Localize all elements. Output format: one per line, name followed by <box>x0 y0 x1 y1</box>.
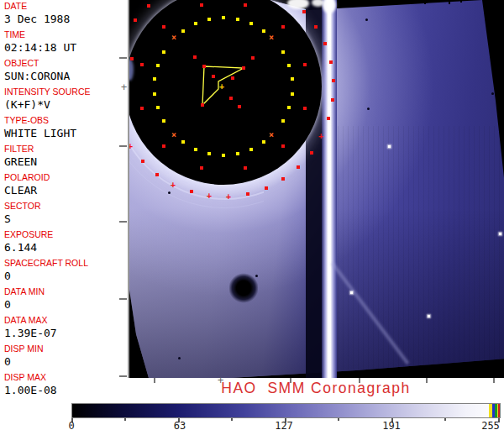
image-caption: HAO SMM Coronagraph <box>128 380 504 397</box>
metadata-sidebar: DATE 3 Dec 1988 TIME 02:14:18 UT OBJECT … <box>0 0 128 378</box>
field-value: (K+F)*V <box>4 98 128 111</box>
field-value: 1.00E-08 <box>4 384 128 396</box>
field-label: SPACECRAFT ROLL <box>4 259 128 268</box>
field-value: 1.39E-07 <box>4 327 128 339</box>
field-polaroid: POLAROID CLEAR <box>0 171 128 200</box>
field-value: 02:14:18 UT <box>4 41 128 54</box>
field-label: DATE <box>4 2 128 11</box>
field-value: 0 <box>4 270 128 282</box>
field-exposure: EXPOSURE 6.144 <box>0 228 128 257</box>
colorbar-label: 191 <box>382 420 401 430</box>
field-label: EXPOSURE <box>4 230 128 239</box>
field-label: SECTOR <box>4 202 128 211</box>
field-type-obs: TYPE-OBS WHITE LIGHT <box>0 114 128 143</box>
field-label: INTENSITY SOURCE <box>4 87 128 97</box>
field-label: TYPE-OBS <box>4 116 128 125</box>
field-intensity-source: INTENSITY SOURCE (K+F)*V <box>0 86 128 114</box>
field-value: SUN:CORONA <box>4 70 128 82</box>
field-value: 0 <box>4 298 128 311</box>
field-filter: FILTER GREEN <box>0 143 128 171</box>
field-label: DISP MAX <box>4 373 128 382</box>
field-label: POLAROID <box>4 173 128 182</box>
field-spacecraft-roll: SPACECRAFT ROLL 0 <box>0 257 128 286</box>
field-label: FILTER <box>4 144 128 154</box>
field-time: TIME 02:14:18 UT <box>0 29 128 57</box>
field-disp-min: DISP MIN 0 <box>0 343 128 371</box>
field-data-max: DATA MAX 1.39E-07 <box>0 314 128 343</box>
colorbar-label: 63 <box>174 420 186 430</box>
field-value: CLEAR <box>4 184 128 197</box>
field-data-min: DATA MIN 0 <box>0 286 128 314</box>
field-label: TIME <box>4 30 128 39</box>
fiducial-polygon <box>129 0 504 378</box>
field-label: OBJECT <box>4 59 128 68</box>
field-object: OBJECT SUN:CORONA <box>0 57 128 86</box>
field-value: WHITE LIGHT <box>4 127 128 139</box>
field-value: 6.144 <box>4 241 128 254</box>
field-label: DISP MIN <box>4 344 128 354</box>
coronagraph-image-canvas: +++++××××+ <box>128 0 504 378</box>
colorbar-label: 0 <box>68 420 74 430</box>
field-label: DATA MIN <box>4 287 128 296</box>
colorbar-label: 127 <box>275 420 293 430</box>
field-label: DATA MAX <box>4 316 128 325</box>
field-value: 3 Dec 1988 <box>4 13 128 25</box>
field-date: DATE 3 Dec 1988 <box>0 0 128 29</box>
sun-center-y-mark: + <box>121 83 127 92</box>
field-value: S <box>4 212 128 225</box>
coronagraph-viewer-window: DATE 3 Dec 1988 TIME 02:14:18 UT OBJECT … <box>0 0 504 430</box>
intensity-colorbar <box>71 403 501 418</box>
field-sector: SECTOR S <box>0 200 128 228</box>
field-value: 0 <box>4 355 128 368</box>
colorbar-label: 255 <box>481 420 500 430</box>
field-value: GREEN <box>4 155 128 168</box>
field-disp-max: DISP MAX 1.00E-08 <box>0 371 128 400</box>
